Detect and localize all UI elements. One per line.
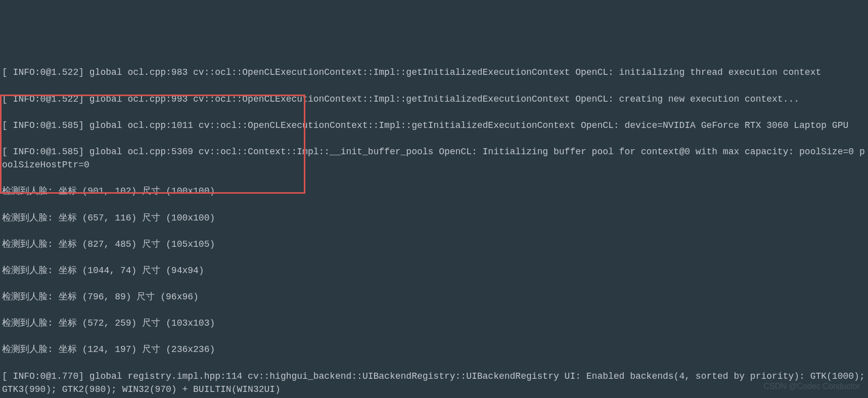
log-line: [ INFO:0@1.585] global ocl.cpp:1011 cv::… xyxy=(2,119,866,132)
face-detection-line: 检测到人脸: 坐标 (124, 197) 尺寸 (236x236) xyxy=(2,343,866,356)
log-line: [ INFO:0@1.522] global ocl.cpp:993 cv::o… xyxy=(2,93,866,106)
face-detection-line: 检测到人脸: 坐标 (827, 485) 尺寸 (105x105) xyxy=(2,238,866,251)
terminal-output[interactable]: [ INFO:0@1.522] global ocl.cpp:983 cv::o… xyxy=(0,53,868,398)
log-line: [ INFO:0@1.522] global ocl.cpp:983 cv::o… xyxy=(2,66,866,79)
face-detection-line: 检测到人脸: 坐标 (796, 89) 尺寸 (96x96) xyxy=(2,290,866,303)
face-detection-line: 检测到人脸: 坐标 (1044, 74) 尺寸 (94x94) xyxy=(2,264,866,277)
log-line: [ INFO:0@1.770] global registry.impl.hpp… xyxy=(2,370,866,396)
log-line: [ INFO:0@1.585] global ocl.cpp:5369 cv::… xyxy=(2,145,866,171)
face-detection-line: 检测到人脸: 坐标 (657, 116) 尺寸 (100x100) xyxy=(2,211,866,225)
watermark-text: CSDN @Codec Conductor xyxy=(763,380,860,392)
face-detection-line: 检测到人脸: 坐标 (901, 102) 尺寸 (100x100) xyxy=(2,185,866,198)
face-detection-line: 检测到人脸: 坐标 (572, 259) 尺寸 (103x103) xyxy=(2,317,866,330)
